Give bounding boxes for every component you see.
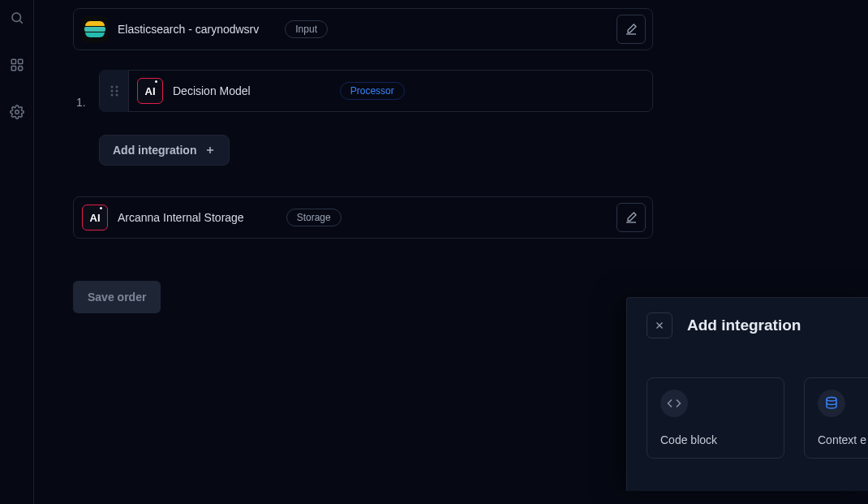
ai-icon: AI: [137, 78, 163, 104]
panel-title: Add integration: [687, 317, 801, 334]
input-badge: Input: [285, 20, 328, 38]
svg-rect-4: [11, 67, 15, 71]
add-integration-label: Add integration: [113, 144, 196, 157]
drag-handle-icon[interactable]: [100, 70, 129, 112]
svg-point-12: [115, 94, 118, 97]
svg-rect-3: [18, 59, 22, 63]
svg-point-8: [115, 86, 118, 88]
svg-point-0: [12, 13, 21, 22]
database-icon: [818, 390, 845, 417]
gear-icon[interactable]: [6, 101, 28, 123]
save-order-button[interactable]: Save order: [73, 281, 161, 313]
pipeline-processor-row: AI Decision Model Processor: [99, 70, 653, 112]
ai-icon: AI: [82, 205, 108, 230]
edit-storage-button[interactable]: [617, 203, 646, 232]
close-panel-button[interactable]: [647, 312, 672, 338]
panel-cards: Code block Context e: [647, 377, 855, 459]
edit-input-button[interactable]: [617, 15, 646, 44]
processor-title: Decision Model: [173, 84, 251, 97]
storage-title: Arcanna Internal Storage: [118, 211, 244, 224]
svg-point-11: [110, 94, 113, 97]
svg-point-5: [18, 67, 22, 71]
panel-card-code-block[interactable]: Code block: [647, 377, 784, 459]
sidebar: [0, 0, 34, 504]
add-integration-button[interactable]: Add integration: [99, 135, 230, 166]
svg-point-7: [110, 86, 113, 88]
plus-icon: [204, 144, 216, 156]
panel-card-context[interactable]: Context e: [804, 377, 868, 459]
processor-row-wrap: 1. AI Decision Model Processor: [73, 70, 829, 135]
svg-line-1: [19, 20, 22, 23]
processor-badge: Processor: [340, 82, 405, 100]
input-title: Elasticsearch - carynodwsrv: [118, 23, 259, 36]
code-icon: [660, 390, 688, 417]
svg-point-17: [827, 398, 836, 402]
card-label: Code block: [660, 433, 771, 446]
close-icon: [654, 320, 665, 331]
processor-index: 1.: [73, 96, 99, 109]
svg-point-6: [15, 110, 19, 114]
svg-point-9: [110, 90, 113, 93]
search-icon[interactable]: [6, 6, 28, 29]
pipeline-input-row: Elasticsearch - carynodwsrv Input: [73, 8, 653, 50]
elastic-icon: [82, 16, 108, 42]
storage-badge: Storage: [286, 209, 342, 226]
integrations-icon[interactable]: [6, 54, 28, 76]
pipeline-storage-row: AI Arcanna Internal Storage Storage: [73, 196, 653, 239]
svg-rect-2: [11, 59, 15, 63]
card-label: Context e: [818, 433, 868, 446]
panel-header: Add integration: [647, 312, 855, 338]
add-integration-panel: Add integration Code block Context e: [626, 297, 868, 491]
svg-point-10: [115, 90, 118, 93]
